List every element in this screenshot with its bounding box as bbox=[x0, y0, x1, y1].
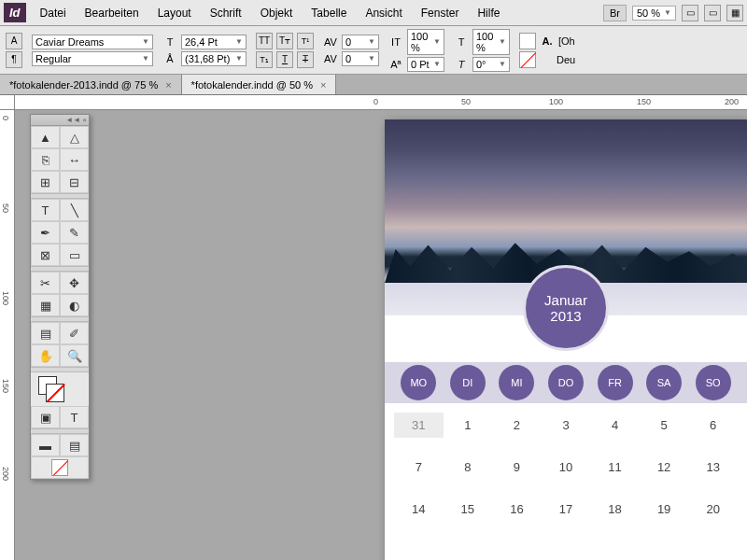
calendar-day[interactable]: 10 bbox=[542, 455, 591, 480]
document-tab-1[interactable]: *fotokalender-2013.indd @ 75 %× bbox=[0, 75, 182, 94]
apply-gradient-button[interactable]: ▤ bbox=[60, 434, 89, 456]
ruler-origin[interactable] bbox=[0, 95, 15, 110]
ruler-tick: 100 bbox=[549, 97, 563, 106]
skew-select[interactable]: 0°▼ bbox=[472, 57, 510, 72]
stroke-color[interactable] bbox=[46, 384, 64, 402]
type-tool[interactable]: T bbox=[31, 199, 60, 221]
calendar-photo[interactable]: Januar 2013 bbox=[385, 119, 747, 315]
bridge-button[interactable]: Br bbox=[603, 5, 627, 21]
calendar-day[interactable]: 9 bbox=[492, 455, 542, 480]
calendar-day[interactable]: 2 bbox=[492, 413, 542, 438]
rectangle-frame-tool[interactable]: ⊠ bbox=[31, 244, 60, 266]
menu-hilfe[interactable]: Hilfe bbox=[469, 3, 508, 23]
canvas[interactable]: Januar 2013 MO DI MI DO FR SA SO 3112345… bbox=[15, 110, 747, 560]
line-tool[interactable]: ╲ bbox=[60, 199, 89, 221]
menu-bearbeiten[interactable]: Bearbeiten bbox=[77, 3, 148, 23]
calendar-day[interactable]: 15 bbox=[444, 497, 493, 522]
menu-objekt[interactable]: Objekt bbox=[252, 3, 302, 23]
vscale-select[interactable]: 100 %▼ bbox=[407, 29, 444, 55]
weekday-di: DI bbox=[450, 365, 486, 400]
ruler-horizontal[interactable]: 0 50 100 150 200 bbox=[15, 95, 747, 110]
fill-swatch[interactable] bbox=[519, 33, 536, 49]
calendar-day[interactable]: 6 bbox=[688, 413, 738, 438]
tools-panel[interactable]: ◄◄ × ▲ △ ⎘ ↔ ⊞ ⊟ T ╲ ✒ ✎ ⊠ ▭ ✂ ✥ ▦ ◐ ▤ ✐… bbox=[30, 114, 90, 480]
calendar-day[interactable]: 1 bbox=[444, 413, 493, 438]
calendar-day[interactable]: 5 bbox=[640, 413, 689, 438]
tracking-select[interactable]: 0▼ bbox=[342, 51, 379, 66]
gap-tool[interactable]: ↔ bbox=[60, 148, 89, 171]
page[interactable]: Januar 2013 MO DI MI DO FR SA SO 3112345… bbox=[385, 119, 747, 560]
pen-tool[interactable]: ✒ bbox=[31, 221, 60, 244]
calendar-day[interactable]: 19 bbox=[640, 497, 689, 522]
calendar-day[interactable]: 12 bbox=[640, 455, 689, 480]
apply-none-button[interactable] bbox=[31, 456, 89, 479]
strikethrough-button[interactable]: T bbox=[297, 51, 314, 68]
content-collector-tool[interactable]: ⊞ bbox=[31, 171, 60, 193]
underline-button[interactable]: T bbox=[276, 51, 293, 68]
formatting-container-button[interactable]: ▣ bbox=[31, 406, 60, 428]
close-icon[interactable]: × bbox=[320, 79, 326, 91]
calendar-day[interactable]: 31 bbox=[394, 413, 444, 438]
gradient-feather-tool[interactable]: ◐ bbox=[60, 294, 89, 316]
calendar-day[interactable]: 20 bbox=[688, 497, 738, 522]
selection-tool[interactable]: ▲ bbox=[31, 126, 60, 148]
menu-datei[interactable]: Datei bbox=[32, 3, 75, 23]
free-transform-tool[interactable]: ✥ bbox=[60, 272, 89, 294]
font-size-select[interactable]: 26,4 Pt▼ bbox=[181, 35, 247, 49]
menu-tabelle[interactable]: Tabelle bbox=[303, 3, 355, 23]
apply-color-button[interactable]: ▬ bbox=[31, 434, 60, 456]
scissors-tool[interactable]: ✂ bbox=[31, 272, 60, 294]
calendar-day[interactable]: 16 bbox=[492, 497, 542, 522]
close-icon[interactable]: × bbox=[165, 79, 171, 91]
menu-schrift[interactable]: Schrift bbox=[202, 3, 250, 23]
eyedropper-tool[interactable]: ✐ bbox=[60, 322, 89, 344]
zoom-tool[interactable]: 🔍 bbox=[60, 344, 89, 367]
kerning-select[interactable]: 0▼ bbox=[342, 35, 379, 49]
menu-layout[interactable]: Layout bbox=[149, 3, 200, 23]
collapse-icon[interactable]: ◄◄ bbox=[65, 116, 80, 124]
content-placer-tool[interactable]: ⊟ bbox=[60, 171, 89, 193]
calendar-day[interactable]: 3 bbox=[542, 413, 591, 438]
character-mode-icon[interactable]: A bbox=[6, 33, 22, 49]
menu-fenster[interactable]: Fenster bbox=[413, 3, 468, 23]
panel-header[interactable]: ◄◄ × bbox=[31, 115, 89, 126]
baseline-select[interactable]: 0 Pt▼ bbox=[407, 57, 444, 72]
font-style-select[interactable]: Regular▼ bbox=[32, 51, 153, 66]
calendar-day[interactable]: 7 bbox=[394, 455, 444, 480]
calendar-day[interactable]: 8 bbox=[444, 455, 493, 480]
superscript-button[interactable]: T¹ bbox=[297, 33, 314, 49]
paragraph-mode-icon[interactable]: ¶ bbox=[6, 51, 22, 68]
view-mode-button-1[interactable]: ▭ bbox=[682, 5, 698, 21]
ruler-vertical[interactable]: 0 50 100 150 200 bbox=[0, 110, 15, 560]
calendar-day[interactable]: 14 bbox=[394, 497, 444, 522]
calendar-day[interactable]: 18 bbox=[590, 497, 640, 522]
leading-select[interactable]: (31,68 Pt)▼ bbox=[181, 51, 247, 66]
stroke-swatch[interactable] bbox=[519, 51, 536, 68]
page-tool[interactable]: ⎘ bbox=[31, 148, 60, 171]
allcaps-button[interactable]: TT bbox=[256, 33, 273, 49]
note-tool[interactable]: ▤ bbox=[31, 322, 60, 344]
arrange-button[interactable]: ▦ bbox=[726, 5, 743, 21]
close-icon[interactable]: × bbox=[82, 116, 87, 124]
direct-selection-tool[interactable]: △ bbox=[60, 126, 89, 148]
vscale-value: 100 % bbox=[411, 31, 433, 53]
hscale-select[interactable]: 100 %▼ bbox=[472, 29, 510, 55]
month-badge[interactable]: Januar 2013 bbox=[523, 265, 609, 351]
calendar-day[interactable]: 13 bbox=[688, 455, 738, 480]
calendar-day[interactable]: 11 bbox=[590, 455, 640, 480]
fill-stroke-control[interactable] bbox=[31, 372, 89, 406]
document-tab-2[interactable]: *fotokalender.indd @ 50 %× bbox=[182, 75, 337, 94]
hand-tool[interactable]: ✋ bbox=[31, 344, 60, 367]
rectangle-tool[interactable]: ▭ bbox=[60, 244, 89, 266]
pencil-tool[interactable]: ✎ bbox=[60, 221, 89, 244]
calendar-day[interactable]: 17 bbox=[542, 497, 591, 522]
zoom-level-select[interactable]: 50 %▼ bbox=[632, 6, 676, 21]
subscript-button[interactable]: T₁ bbox=[256, 51, 273, 68]
menu-ansicht[interactable]: Ansicht bbox=[357, 3, 410, 23]
formatting-text-button[interactable]: T bbox=[60, 406, 89, 428]
font-family-select[interactable]: Caviar Dreams▼ bbox=[32, 35, 153, 49]
gradient-swatch-tool[interactable]: ▦ bbox=[31, 294, 60, 316]
calendar-day[interactable]: 4 bbox=[590, 413, 640, 438]
screen-mode-button[interactable]: ▭ bbox=[704, 5, 721, 21]
smallcaps-button[interactable]: Tᴛ bbox=[276, 33, 293, 49]
